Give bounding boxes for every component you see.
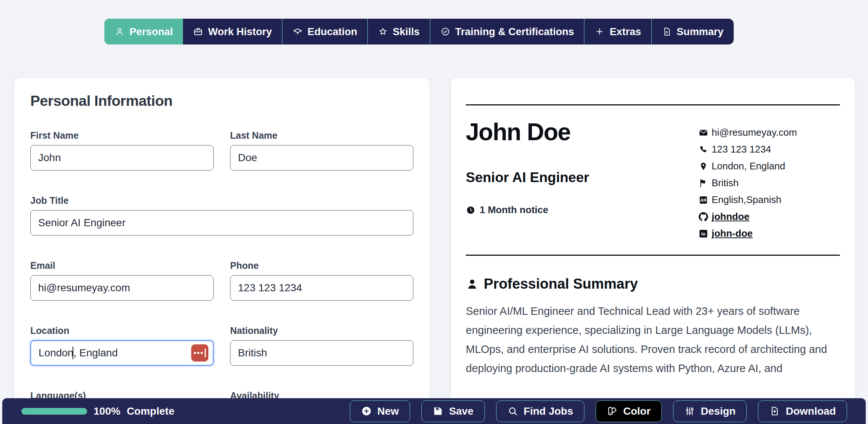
badge-check-icon	[440, 27, 450, 37]
resume-preview-panel: John Doe Senior AI Engineer 1 Month noti…	[451, 78, 855, 424]
summary-title: Professional Summary	[484, 276, 638, 292]
briefcase-icon	[193, 27, 203, 37]
last-name-label: Last Name	[230, 130, 413, 141]
contact-text: British	[712, 177, 739, 189]
tab-work-history[interactable]: Work History	[183, 19, 282, 44]
action-label: Download	[786, 405, 836, 417]
completion-progress: 100% Complete	[21, 405, 174, 417]
contact-text: English,Spanish	[712, 194, 781, 206]
preview-name: John Doe	[466, 119, 589, 145]
save-icon	[433, 406, 443, 417]
progress-bar	[21, 408, 87, 415]
tab-extras[interactable]: Extras	[584, 19, 651, 44]
svg-text:in: in	[701, 231, 706, 237]
notice-text: 1 Month notice	[480, 204, 548, 216]
tab-label: Work History	[208, 26, 272, 38]
action-label: New	[378, 405, 399, 417]
github-icon	[699, 212, 708, 222]
color-swatch-icon	[607, 406, 618, 417]
contact-list: hi@resumeyay.com123 123 1234London, Engl…	[699, 119, 840, 242]
preview-job-title: Senior AI Engineer	[466, 170, 589, 185]
contact-text: hi@resumeyay.com	[712, 127, 797, 138]
nationality-field: Nationality	[230, 325, 413, 366]
location-label: Location	[30, 325, 214, 336]
phone-field: Phone	[230, 260, 413, 301]
download-button[interactable]: Download	[758, 400, 847, 422]
notice-period: 1 Month notice	[466, 204, 589, 216]
clock-icon	[466, 205, 476, 215]
job-title-input[interactable]	[30, 210, 413, 236]
contact-text: 123 123 1234	[712, 144, 771, 155]
envelope-icon	[699, 128, 708, 138]
preview-identity: John Doe Senior AI Engineer 1 Month noti…	[466, 119, 589, 242]
action-buttons: NewSaveFind JobsColorDesignDownload	[350, 400, 847, 422]
tab-personal[interactable]: Personal	[104, 19, 183, 44]
contact-link[interactable]: johndoe	[699, 208, 840, 225]
sliders-icon	[684, 406, 695, 417]
phone-input[interactable]	[230, 275, 413, 301]
job-title-label: Job Title	[30, 195, 413, 206]
contact-text: johndoe	[712, 211, 749, 222]
contact-item: London, England	[699, 158, 840, 175]
download-icon	[769, 406, 780, 417]
action-label: Design	[701, 405, 736, 417]
first-name-input[interactable]	[30, 145, 214, 170]
contact-item: British	[699, 175, 840, 191]
search-icon	[507, 406, 518, 417]
contact-item: hi@resumeyay.com	[699, 124, 840, 141]
tab-label: Summary	[677, 26, 724, 38]
map-pin-icon	[699, 162, 708, 171]
location-input[interactable]	[30, 340, 214, 366]
graduation-cap-icon	[293, 27, 303, 37]
contact-item: AEnglish,Spanish	[699, 191, 840, 208]
personal-info-form: First Name Last Name Job Title Email Pho…	[30, 130, 413, 424]
progress-percent: 100%	[94, 405, 120, 417]
job-title-field: Job Title	[30, 195, 413, 236]
email-input[interactable]	[30, 275, 214, 301]
svg-text:A: A	[700, 197, 704, 203]
first-name-field: First Name	[30, 130, 214, 170]
document-icon	[662, 27, 672, 37]
grammar-extension-icon[interactable]	[191, 344, 208, 362]
section-tabbar: PersonalWork HistoryEducationSkillsTrain…	[104, 19, 734, 44]
tab-skills[interactable]: Skills	[367, 19, 430, 44]
contact-link[interactable]: injohn-doe	[699, 225, 840, 242]
plus-icon	[595, 27, 605, 37]
tab-label: Education	[308, 26, 357, 38]
design-button[interactable]: Design	[673, 400, 747, 422]
star-icon	[378, 27, 388, 37]
find-jobs-button[interactable]: Find Jobs	[496, 400, 584, 422]
action-label: Save	[449, 405, 473, 417]
last-name-input[interactable]	[230, 145, 413, 170]
new-button[interactable]: New	[350, 400, 410, 422]
tab-summary[interactable]: Summary	[651, 19, 734, 44]
panel-title: Personal Information	[30, 93, 413, 109]
tab-training-certifications[interactable]: Training & Certifications	[430, 19, 584, 44]
tab-label: Personal	[129, 26, 173, 38]
tab-education[interactable]: Education	[282, 19, 367, 44]
location-field: Location	[30, 325, 214, 366]
color-button[interactable]: Color	[596, 400, 662, 422]
nationality-label: Nationality	[230, 325, 413, 336]
last-name-field: Last Name	[230, 130, 413, 170]
save-button[interactable]: Save	[421, 400, 485, 422]
resume-builder-screen: PersonalWork HistoryEducationSkillsTrain…	[0, 0, 868, 424]
contact-text: john-doe	[712, 228, 753, 239]
tab-label: Skills	[393, 26, 420, 38]
nationality-input[interactable]	[230, 340, 413, 366]
translate-icon: A	[699, 195, 708, 205]
preview-divider-top	[466, 104, 840, 105]
first-name-label: First Name	[30, 130, 214, 141]
plus-circle-icon	[361, 406, 372, 417]
contact-item: 123 123 1234	[699, 141, 840, 158]
action-label: Find Jobs	[524, 405, 573, 417]
action-label: Color	[623, 405, 651, 417]
summary-body: Senior AI/ML Engineer and Technical Lead…	[466, 302, 840, 378]
progress-status: Complete	[127, 405, 175, 417]
person-icon	[114, 27, 125, 37]
bottom-action-bar: 100% Complete NewSaveFind JobsColorDesig…	[2, 398, 866, 424]
flag-icon	[699, 178, 708, 188]
contact-text: London, England	[712, 160, 785, 172]
tab-label: Training & Certifications	[455, 26, 574, 38]
person-filled-icon	[466, 278, 479, 291]
